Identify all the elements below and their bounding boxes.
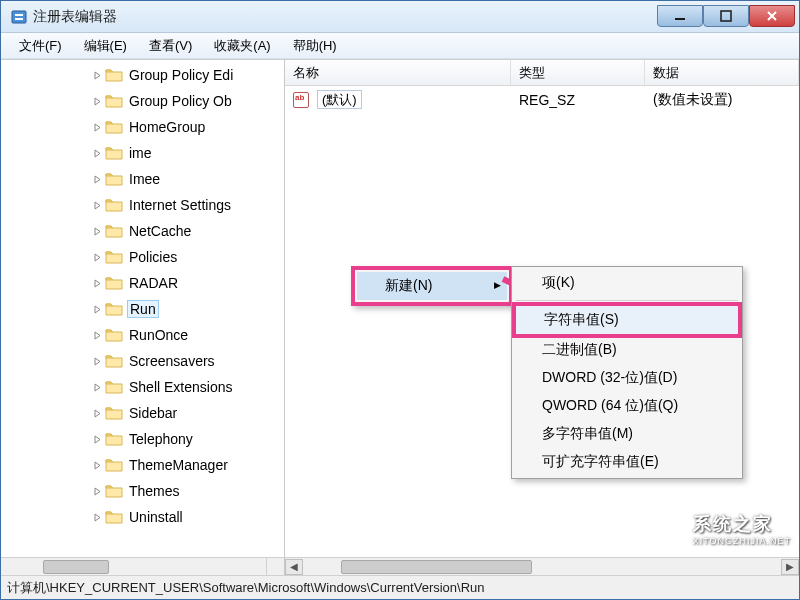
tree-item-radar[interactable]: RADAR bbox=[1, 270, 284, 296]
tree-item-label: ime bbox=[127, 145, 154, 161]
tree-item-label: Sidebar bbox=[127, 405, 179, 421]
menu-view[interactable]: 查看(V) bbox=[139, 34, 202, 58]
tree-item-netcache[interactable]: NetCache bbox=[1, 218, 284, 244]
tree-item-thememanager[interactable]: ThemeManager bbox=[1, 452, 284, 478]
window-title: 注册表编辑器 bbox=[33, 8, 657, 26]
tree-item-label: ThemeManager bbox=[127, 457, 230, 473]
tree-item-telephony[interactable]: Telephony bbox=[1, 426, 284, 452]
tree-item-label: Screensavers bbox=[127, 353, 217, 369]
context-item[interactable]: 字符串值(S) bbox=[512, 302, 742, 338]
tree-item-label: RADAR bbox=[127, 275, 180, 291]
scroll-corner bbox=[266, 557, 284, 575]
svg-rect-0 bbox=[12, 11, 26, 23]
context-item-new[interactable]: 新建(N) bbox=[357, 272, 507, 300]
tree-item-homegroup[interactable]: HomeGroup bbox=[1, 114, 284, 140]
tree-item-uninstall[interactable]: Uninstall bbox=[1, 504, 284, 530]
tree-horizontal-scrollbar[interactable] bbox=[1, 557, 266, 575]
context-item[interactable]: 多字符串值(M) bbox=[514, 420, 740, 448]
tree-item-label: RunOnce bbox=[127, 327, 190, 343]
tree-item-label: Internet Settings bbox=[127, 197, 233, 213]
tree-item-label: NetCache bbox=[127, 223, 193, 239]
column-name[interactable]: 名称 bbox=[285, 60, 511, 85]
minimize-button[interactable] bbox=[657, 5, 703, 27]
context-menu-new[interactable]: 新建(N) bbox=[351, 266, 513, 306]
tree-item-label: Run bbox=[127, 300, 159, 318]
registry-editor-window: 注册表编辑器 文件(F) 编辑(E) 查看(V) 收藏夹(A) 帮助(H) Gr… bbox=[0, 0, 800, 600]
context-item[interactable]: 项(K) bbox=[514, 269, 740, 297]
menu-edit[interactable]: 编辑(E) bbox=[74, 34, 137, 58]
tree-item-group-policy-ob[interactable]: Group Policy Ob bbox=[1, 88, 284, 114]
tree-item-shell-extensions[interactable]: Shell Extensions bbox=[1, 374, 284, 400]
tree-item-imee[interactable]: Imee bbox=[1, 166, 284, 192]
menu-file[interactable]: 文件(F) bbox=[9, 34, 72, 58]
maximize-button[interactable] bbox=[703, 5, 749, 27]
list-horizontal-scrollbar[interactable]: ◀ ▶ bbox=[285, 557, 799, 575]
regedit-icon bbox=[11, 9, 27, 25]
tree-item-sidebar[interactable]: Sidebar bbox=[1, 400, 284, 426]
tree-item-internet-settings[interactable]: Internet Settings bbox=[1, 192, 284, 218]
scroll-right-button[interactable]: ▶ bbox=[781, 559, 799, 575]
tree-item-run[interactable]: Run bbox=[1, 296, 284, 322]
titlebar[interactable]: 注册表编辑器 bbox=[1, 1, 799, 33]
tree-scroll[interactable]: Group Policy EdiGroup Policy ObHomeGroup… bbox=[1, 60, 284, 557]
value-type: REG_SZ bbox=[511, 92, 645, 108]
tree-item-label: Uninstall bbox=[127, 509, 185, 525]
context-submenu-new[interactable]: 项(K)字符串值(S)二进制值(B)DWORD (32-位)值(D)QWORD … bbox=[511, 266, 743, 479]
statusbar: 计算机\HKEY_CURRENT_USER\Software\Microsoft… bbox=[1, 575, 799, 599]
tree-item-label: Shell Extensions bbox=[127, 379, 235, 395]
tree-item-screensavers[interactable]: Screensavers bbox=[1, 348, 284, 374]
scroll-left-button[interactable]: ◀ bbox=[285, 559, 303, 575]
context-separator bbox=[516, 300, 738, 301]
tree-item-label: HomeGroup bbox=[127, 119, 207, 135]
close-button[interactable] bbox=[749, 5, 795, 27]
tree-pane: Group Policy EdiGroup Policy ObHomeGroup… bbox=[1, 60, 285, 575]
value-name[interactable]: (默认) bbox=[317, 90, 362, 109]
tree-item-label: Themes bbox=[127, 483, 182, 499]
context-item[interactable]: 可扩充字符串值(E) bbox=[514, 448, 740, 476]
string-value-icon bbox=[293, 92, 309, 108]
tree-item-policies[interactable]: Policies bbox=[1, 244, 284, 270]
svg-rect-1 bbox=[15, 14, 23, 16]
tree-item-group-policy-edi[interactable]: Group Policy Edi bbox=[1, 62, 284, 88]
context-item[interactable]: 二进制值(B) bbox=[514, 336, 740, 364]
tree-item-label: Group Policy Edi bbox=[127, 67, 235, 83]
menubar: 文件(F) 编辑(E) 查看(V) 收藏夹(A) 帮助(H) bbox=[1, 33, 799, 59]
svg-rect-3 bbox=[675, 18, 685, 20]
list-row[interactable]: (默认) REG_SZ (数值未设置) bbox=[285, 86, 799, 114]
value-data: (数值未设置) bbox=[645, 91, 799, 109]
column-data[interactable]: 数据 bbox=[645, 60, 799, 85]
tree-item-runonce[interactable]: RunOnce bbox=[1, 322, 284, 348]
tree-item-label: Telephony bbox=[127, 431, 195, 447]
menu-help[interactable]: 帮助(H) bbox=[283, 34, 347, 58]
content-area: Group Policy EdiGroup Policy ObHomeGroup… bbox=[1, 59, 799, 575]
list-header: 名称 类型 数据 bbox=[285, 60, 799, 86]
column-type[interactable]: 类型 bbox=[511, 60, 645, 85]
tree-item-label: Policies bbox=[127, 249, 179, 265]
tree-item-label: Imee bbox=[127, 171, 162, 187]
svg-rect-4 bbox=[721, 11, 731, 21]
tree-item-themes[interactable]: Themes bbox=[1, 478, 284, 504]
tree-item-label: Group Policy Ob bbox=[127, 93, 234, 109]
context-item[interactable]: DWORD (32-位)值(D) bbox=[514, 364, 740, 392]
svg-rect-2 bbox=[15, 18, 23, 20]
menu-favorites[interactable]: 收藏夹(A) bbox=[204, 34, 280, 58]
status-path: 计算机\HKEY_CURRENT_USER\Software\Microsoft… bbox=[7, 579, 485, 597]
context-item[interactable]: QWORD (64 位)值(Q) bbox=[514, 392, 740, 420]
tree-item-ime[interactable]: ime bbox=[1, 140, 284, 166]
